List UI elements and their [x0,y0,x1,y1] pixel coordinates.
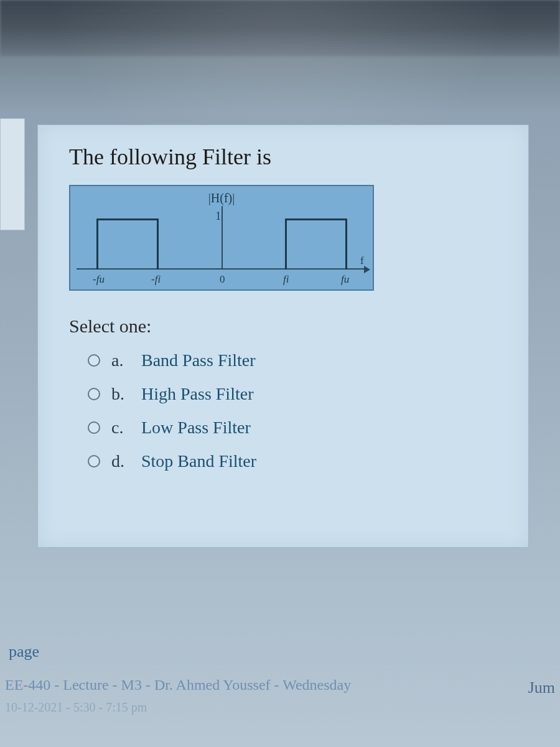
option-text: Low Pass Filter [141,418,251,438]
option-letter: c. [111,418,130,438]
footer-course-line: EE-440 - Lecture - M3 - Dr. Ahmed Yousse… [5,675,351,696]
diagram-ytick: 1 [215,210,221,223]
option-b[interactable]: b. High Pass Filter [88,384,503,404]
radio-icon[interactable] [88,421,100,434]
option-text: Stop Band Filter [141,451,256,471]
option-a[interactable]: a. Band Pass Filter [88,350,503,370]
x-label: fi [283,273,289,286]
option-text: High Pass Filter [141,384,253,404]
options-list: a. Band Pass Filter b. High Pass Filter … [69,350,503,471]
radio-icon[interactable] [88,388,100,400]
option-d[interactable]: d. Stop Band Filter [88,451,503,471]
footer-date-line: 10-12-2021 - 5:30 - 7:15 pm [5,698,351,716]
radio-icon[interactable] [88,354,100,367]
x-label: -fu [93,273,105,286]
filter-diagram: |H(f)| 1 -fu -fi 0 fi fu f [69,185,374,291]
x-label: 0 [220,273,225,286]
radio-icon[interactable] [88,455,100,467]
y-axis [222,206,223,270]
previous-page-link[interactable]: page [0,637,48,666]
select-one-label: Select one: [69,316,503,337]
sidebar-box [0,118,25,230]
arrow-right-icon [364,266,370,273]
pass-band-left [96,218,159,270]
option-letter: b. [111,384,130,404]
x-label: f [360,255,364,267]
option-letter: a. [111,350,130,370]
question-title: The following Filter is [69,144,503,170]
pass-band-right [285,218,347,270]
x-label: fu [341,273,349,286]
option-letter: d. [111,451,130,471]
option-text: Band Pass Filter [141,350,256,370]
question-card: The following Filter is |H(f)| 1 -fu -fi… [37,125,529,548]
diagram-ylabel: |H(f)| [208,191,235,205]
option-c[interactable]: c. Low Pass Filter [88,418,503,438]
footer: EE-440 - Lecture - M3 - Dr. Ahmed Yousse… [0,669,560,722]
jump-to-link[interactable]: Jum [528,679,555,697]
x-label: -fi [151,273,161,286]
